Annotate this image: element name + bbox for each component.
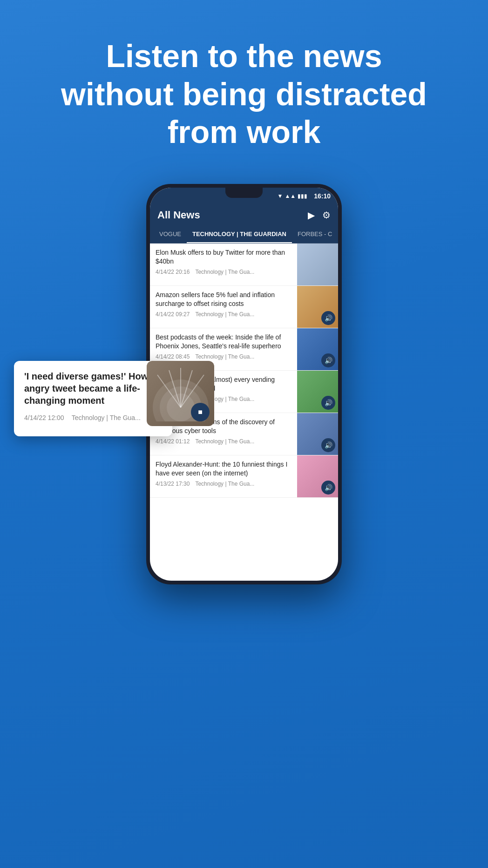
audio-btn-5[interactable]: 🔊 — [321, 438, 335, 452]
news-image-placeholder-2: 🔊 — [297, 286, 338, 328]
playing-card: 'I need diverse games!' How an angry twe… — [14, 361, 172, 436]
hero-text-block: Listen to the news without being distrac… — [0, 0, 488, 170]
news-meta-2: 4/14/22 09:27 Technology | The Gua... — [156, 311, 291, 318]
news-image-placeholder-5: 🔊 — [297, 413, 338, 455]
phone-notch — [225, 188, 263, 198]
stop-button[interactable]: ■ — [191, 403, 210, 421]
news-source-5: Technology | The Gua... — [195, 438, 254, 445]
tab-forbes[interactable]: FORBES - C — [292, 226, 338, 243]
news-meta-6: 4/13/22 17:30 Technology | The Gua... — [156, 481, 291, 487]
news-meta-1: 4/14/22 20:16 Technology | The Gua... — [156, 269, 291, 275]
news-image-placeholder-6: 🔊 — [297, 455, 338, 497]
news-date-1: 4/14/22 20:16 — [156, 269, 190, 275]
signal-icon: ▲▲ — [285, 193, 296, 199]
news-meta-5: 4/14/22 01:12 Technology | The Gua... — [156, 438, 291, 445]
playing-source: Technology | The Gua... — [72, 414, 141, 421]
news-content-6: Floyd Alexander-Hunt: the 10 funniest th… — [150, 455, 297, 497]
news-image-3: 🔊 — [297, 328, 338, 370]
news-item-6[interactable]: Floyd Alexander-Hunt: the 10 funniest th… — [150, 455, 338, 498]
news-image-1 — [297, 244, 338, 285]
news-meta-3: 4/14/22 08:45 Technology | The Gua... — [156, 353, 291, 360]
news-source-1: Technology | The Gua... — [195, 269, 254, 275]
audio-btn-3[interactable]: 🔊 — [321, 353, 335, 367]
news-image-placeholder-4: 🔊 — [297, 371, 338, 413]
playing-meta: 4/14/22 12:00 Technology | The Gua... — [24, 414, 162, 421]
news-image-placeholder-3: 🔊 — [297, 328, 338, 370]
phone-mockup: ▼ ▲▲ ▮▮▮ 16:10 All News ▶ ⚙ VOGUE — [0, 184, 488, 584]
news-source-3: Technology | The Gua... — [195, 353, 254, 360]
news-image-placeholder-1 — [297, 244, 338, 285]
news-item-2[interactable]: Amazon sellers face 5% fuel and inflatio… — [150, 286, 338, 328]
news-title-1: Elon Musk offers to buy Twitter for more… — [156, 248, 291, 266]
news-source-2: Technology | The Gua... — [195, 311, 254, 318]
news-date-3: 4/14/22 08:45 — [156, 353, 190, 360]
news-content-1: Elon Musk offers to buy Twitter for more… — [150, 244, 297, 285]
play-button[interactable]: ▶ — [308, 210, 315, 221]
news-title-3: Best podcasts of the week: Inside the li… — [156, 333, 291, 351]
hero-title: Listen to the news without being distrac… — [37, 37, 451, 151]
playing-title: 'I need diverse games!' How an angry twe… — [24, 370, 162, 407]
news-source-6: Technology | The Gua... — [195, 481, 254, 487]
news-image-2: 🔊 — [297, 286, 338, 328]
app-title: All News — [157, 209, 200, 221]
tabs-bar: VOGUE TECHNOLOGY | THE GUARDIAN FORBES -… — [150, 226, 338, 244]
wifi-icon: ▼ — [278, 193, 283, 199]
settings-button[interactable]: ⚙ — [322, 210, 331, 221]
audio-btn-6[interactable]: 🔊 — [321, 481, 335, 495]
news-date-6: 4/13/22 17:30 — [156, 481, 190, 487]
status-icons: ▼ ▲▲ ▮▮▮ — [278, 193, 308, 199]
news-title-6: Floyd Alexander-Hunt: the 10 funniest th… — [156, 460, 291, 478]
status-time: 16:10 — [314, 192, 331, 200]
app-header: All News ▶ ⚙ — [150, 204, 338, 226]
news-content-2: Amazon sellers face 5% fuel and inflatio… — [150, 286, 297, 328]
news-title-2: Amazon sellers face 5% fuel and inflatio… — [156, 291, 291, 308]
tab-technology-guardian[interactable]: TECHNOLOGY | THE GUARDIAN — [187, 226, 292, 243]
news-image-6: 🔊 — [297, 455, 338, 497]
tab-vogue[interactable]: VOGUE — [154, 226, 187, 243]
battery-icon: ▮▮▮ — [298, 193, 307, 199]
playing-image: ■ — [147, 361, 214, 426]
news-image-5: 🔊 — [297, 413, 338, 455]
header-actions: ▶ ⚙ — [308, 210, 331, 221]
playing-date: 4/14/22 12:00 — [24, 414, 64, 421]
news-date-5: 4/14/22 01:12 — [156, 438, 190, 445]
news-item-1[interactable]: Elon Musk offers to buy Twitter for more… — [150, 244, 338, 286]
news-date-2: 4/14/22 09:27 — [156, 311, 190, 318]
audio-btn-2[interactable]: 🔊 — [321, 311, 335, 325]
audio-btn-4[interactable]: 🔊 — [321, 396, 335, 410]
hero-section: Listen to the news without being distrac… — [0, 0, 488, 170]
news-image-4: 🔊 — [297, 371, 338, 413]
